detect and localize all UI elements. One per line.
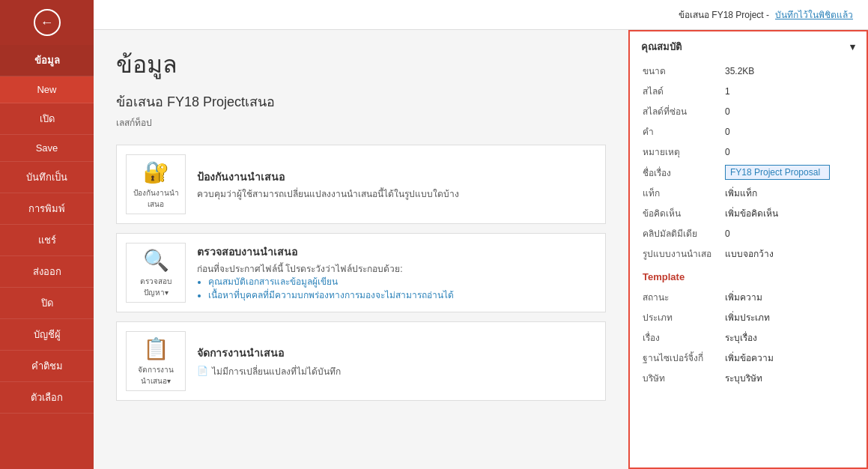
prop-label-words: คำ	[641, 121, 723, 142]
sidebar: ← ข้อมูล New เปิด Save บันทึกเป็น การพิม…	[0, 0, 94, 469]
left-panel: ข้อมูล ข้อเสนอ FY18 Projectเสนอ เลสก์ท็อ…	[94, 30, 628, 469]
prop-value-hidden-slides: 0	[723, 101, 855, 121]
template-label: Template	[643, 267, 854, 284]
prop-label-comments: ข้อคิดเห็น	[641, 203, 723, 223]
protect-title: ป้องกันงานนำเสนอ	[197, 169, 459, 185]
prop-label-format: รูปแบบงานนำเสอ	[641, 243, 723, 264]
prop-row-company: บริษัท ระบุบริษัท	[641, 368, 855, 388]
prop-value-tags[interactable]: เพิ่มแท็ก	[723, 183, 855, 203]
protect-icon-box[interactable]: 🔐 ป้องกันงานนำเสนอ	[126, 154, 186, 214]
properties-header: คุณสมบัติ ▾	[641, 39, 855, 55]
topbar-save-link[interactable]: บันทึกไว้ในพิชิตแล้ว	[775, 7, 853, 22]
prop-label-tags: แท็ก	[641, 183, 723, 203]
prop-row-format: รูปแบบงานนำเสอ แบบจอกว้าง	[641, 243, 855, 264]
protect-content: ป้องกันงานนำเสนอ ควบคุมว่าผู้ใช้สามารถเป…	[197, 169, 459, 201]
doc-subtitle: เลสก์ท็อป	[116, 115, 606, 130]
sidebar-item-export[interactable]: ส่งออก	[0, 256, 94, 288]
prop-label-company: บริษัท	[641, 368, 723, 388]
prop-row-words: คำ 0	[641, 121, 855, 142]
prop-row-hidden-slides: สไลด์ที่ซ่อน 0	[641, 101, 855, 121]
subject-input[interactable]	[725, 165, 830, 180]
inspect-icon: 🔍	[143, 248, 169, 273]
inspect-bullets: คุณสมบัติเอกสารและข้อมูลผู้เขียน เนื้อหา…	[208, 275, 454, 302]
prop-value-notes: 0	[723, 142, 855, 162]
manage-content: จัดการงานนำเสนอ 📄 ไม่มีการเปลี่ยนแปลงที่…	[197, 345, 341, 378]
prop-label-media: คลิปมัลติมีเดีย	[641, 223, 723, 243]
sidebar-item-open[interactable]: เปิด	[0, 103, 94, 135]
prop-label-hidden-slides: สไลด์ที่ซ่อน	[641, 101, 723, 121]
sidebar-item-share[interactable]: แชร์	[0, 225, 94, 256]
topbar: ข้อเสนอ FY18 Project - บันทึกไว้ในพิชิตแ…	[94, 0, 868, 30]
inspect-title: ตรวจสอบงานนำเสนอ	[197, 243, 454, 260]
main-area: ข้อเสนอ FY18 Project - บันทึกไว้ในพิชิตแ…	[94, 0, 868, 469]
prop-value-slides: 1	[723, 81, 855, 101]
inspect-label: ตรวจสอบ ปัญหา▾	[140, 276, 172, 298]
properties-table: ขนาด 35.2KB สไลด์ 1 สไลด์ที่ซ่อน 0	[641, 61, 855, 388]
page-title: ข้อมูล	[116, 45, 606, 83]
prop-label-topic: เรื่อง	[641, 327, 723, 348]
prop-label-size: ขนาด	[641, 61, 723, 81]
protect-icon: 🔐	[143, 160, 169, 184]
prop-row-tags: แท็ก เพิ่มแท็ก	[641, 183, 855, 203]
content: ข้อมูล ข้อเสนอ FY18 Projectเสนอ เลสก์ท็อ…	[94, 30, 868, 469]
prop-label-hyperlink: ฐานไซเปอร์จิ้งกี่	[641, 348, 723, 368]
sidebar-item-saveas[interactable]: บันทึกเป็น	[0, 162, 94, 193]
inspect-bullet-1: คุณสมบัติเอกสารและข้อมูลผู้เขียน	[208, 275, 454, 288]
protect-desc: ควบคุมว่าผู้ใช้สามารถเปลี่ยนแปลงงานนำเสน…	[197, 188, 459, 201]
inspect-card: 🔍 ตรวจสอบ ปัญหา▾ ตรวจสอบงานนำเสนอ ก่อนที…	[116, 233, 606, 312]
sidebar-item-print[interactable]: การพิมพ์	[0, 193, 94, 225]
sidebar-top: ←	[0, 0, 94, 45]
inspect-desc: ก่อนที่จะประกาศไฟล์นี้ โปรดระวังว่าไฟล์ป…	[197, 263, 454, 276]
topbar-doc-name: ข้อเสนอ FY18 Project -	[679, 7, 769, 22]
prop-row-type: ประเภท เพิ่มประเภท	[641, 307, 855, 327]
prop-value-topic: ระบุเรื่อง	[723, 327, 855, 348]
prop-value-words: 0	[723, 121, 855, 142]
template-header-row: Template	[641, 264, 855, 287]
protect-card: 🔐 ป้องกันงานนำเสนอ ป้องกันงานนำเสนอ ควบค…	[116, 145, 606, 224]
doc-title: ข้อเสนอ FY18 Projectเสนอ	[116, 91, 606, 112]
back-button[interactable]: ←	[34, 9, 61, 36]
inspect-bullet-2: เนื้อหาที่บุคคลที่มีความบกพร่องทางการมอง…	[208, 288, 454, 302]
prop-row-topic: เรื่อง ระบุเรื่อง	[641, 327, 855, 348]
sidebar-item-feedback[interactable]: คำติชม	[0, 351, 94, 382]
prop-row-size: ขนาด 35.2KB	[641, 61, 855, 81]
prop-label-type: ประเภท	[641, 307, 723, 327]
prop-row-slides: สไลด์ 1	[641, 81, 855, 101]
prop-value-company: ระบุบริษัท	[723, 368, 855, 388]
sidebar-item-close[interactable]: ปิด	[0, 288, 94, 319]
manage-title: จัดการงานนำเสนอ	[197, 345, 341, 361]
prop-value-format: แบบจอกว้าง	[723, 243, 855, 264]
sidebar-item-save[interactable]: Save	[0, 135, 94, 162]
prop-value-hyperlink[interactable]: เพิ่มข้อความ	[723, 348, 855, 368]
manage-card: 📋 จัดการงาน นำเสนอ▾ จัดการงานนำเสนอ 📄 ไม…	[116, 321, 606, 401]
inspect-content: ตรวจสอบงานนำเสนอ ก่อนที่จะประกาศไฟล์นี้ …	[197, 243, 454, 303]
sidebar-item-new[interactable]: New	[0, 76, 94, 103]
prop-row-comments: ข้อคิดเห็น เพิ่มข้อคิดเห็น	[641, 203, 855, 223]
manage-icon-box[interactable]: 📋 จัดการงาน นำเสนอ▾	[126, 331, 186, 391]
right-panel: คุณสมบัติ ▾ ขนาด 35.2KB สไลด์ 1	[628, 30, 868, 469]
prop-value-media: 0	[723, 223, 855, 243]
prop-value-status[interactable]: เพิ่มความ	[723, 287, 855, 307]
prop-label-slides: สไลด์	[641, 81, 723, 101]
prop-label-subject: ชื่อเรื่อง	[641, 162, 723, 183]
properties-chevron[interactable]: ▾	[850, 41, 855, 52]
prop-value-comments[interactable]: เพิ่มข้อคิดเห็น	[723, 203, 855, 223]
sidebar-item-info[interactable]: ข้อมูล	[0, 45, 94, 76]
prop-value-type[interactable]: เพิ่มประเภท	[723, 307, 855, 327]
prop-label-notes: หมายเหตุ	[641, 142, 723, 162]
inspect-icon-box[interactable]: 🔍 ตรวจสอบ ปัญหา▾	[126, 243, 186, 303]
prop-value-subject	[723, 162, 855, 183]
prop-row-subject: ชื่อเรื่อง	[641, 162, 855, 183]
prop-row-status: สถานะ เพิ่มความ	[641, 287, 855, 307]
prop-value-size: 35.2KB	[723, 61, 855, 81]
protect-label: ป้องกันงานนำเสนอ	[127, 187, 185, 210]
sidebar-item-account[interactable]: บัญชีผู้	[0, 319, 94, 351]
prop-row-hyperlink: ฐานไซเปอร์จิ้งกี่ เพิ่มข้อความ	[641, 348, 855, 368]
manage-label: จัดการงาน นำเสนอ▾	[138, 364, 174, 387]
properties-title: คุณสมบัติ	[641, 39, 682, 55]
sidebar-item-options[interactable]: ตัวเลือก	[0, 382, 94, 414]
prop-row-notes: หมายเหตุ 0	[641, 142, 855, 162]
prop-row-media: คลิปมัลติมีเดีย 0	[641, 223, 855, 243]
prop-label-status: สถานะ	[641, 287, 723, 307]
manage-icon: 📋	[143, 336, 169, 361]
